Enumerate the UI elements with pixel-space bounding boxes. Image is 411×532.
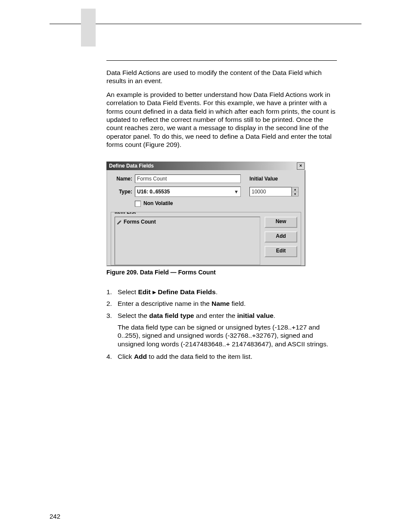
new-button[interactable]: New: [265, 217, 297, 228]
t: Select the: [118, 312, 149, 319]
name-input[interactable]: Forms Count: [135, 174, 241, 183]
t: and enter the: [194, 312, 237, 319]
step-3: 3. Select the data field type and enter …: [106, 311, 337, 320]
initial-value-input[interactable]: 10000: [249, 187, 292, 196]
step-text: Select Edit ▶ Define Data Fields.: [118, 288, 337, 296]
step-number: 4.: [106, 352, 118, 361]
t: to add the data field to the item list.: [147, 353, 252, 360]
list-item[interactable]: Forms Count: [116, 218, 259, 226]
step-number: 3.: [106, 311, 118, 320]
item-listbox[interactable]: Forms Count: [115, 217, 260, 265]
spinner-down-icon[interactable]: ▼: [292, 192, 298, 196]
svg-marker-0: [117, 221, 121, 224]
section-rule: [106, 60, 337, 61]
pencil-icon: [117, 220, 122, 225]
paragraph-2: An example is provided to better underst…: [106, 90, 337, 149]
initial-value-spinner: 10000 ▲ ▼: [249, 187, 299, 196]
row-type: Type: U16: 0..65535 ▼ 10000 ▲ ▼: [112, 187, 300, 197]
step-number: 2.: [106, 299, 118, 308]
step-3-detail: The data field type can be signed or uns…: [118, 323, 337, 348]
t: Add: [134, 353, 147, 360]
header-rule: [50, 24, 361, 24]
t: .: [274, 312, 275, 319]
t: .: [216, 288, 218, 296]
t: initial value: [237, 312, 273, 319]
t: Click: [118, 353, 134, 360]
step-1: 1. Select Edit ▶ Define Data Fields.: [106, 288, 337, 296]
menu-arrow-icon: ▶: [153, 289, 156, 295]
name-label: Name:: [112, 176, 135, 182]
t: Edit: [138, 288, 150, 296]
item-list-frame: Item List Forms Count: [111, 212, 301, 265]
step-2: 2. Enter a descriptive name in the Name …: [106, 299, 337, 308]
step-text: Select the data field type and enter the…: [118, 311, 337, 320]
spinner-up-icon[interactable]: ▲: [292, 187, 298, 192]
step-number: 1.: [106, 288, 118, 296]
margin-tab: [81, 9, 96, 47]
type-select[interactable]: U16: 0..65535 ▼: [135, 187, 241, 197]
page: Data Field Actions are used to modify th…: [0, 0, 411, 532]
dialog-title: Define Data Fields: [109, 163, 154, 169]
t: Define Data Fields: [158, 288, 215, 296]
step-text: Click Add to add the data field to the i…: [118, 352, 337, 361]
t: data field type: [149, 312, 194, 319]
page-number: 242: [50, 513, 60, 520]
main-content: Data Field Actions are used to modify th…: [106, 60, 337, 364]
item-list-area: Forms Count New Add Edit: [115, 217, 297, 265]
type-value: U16: 0..65535: [137, 187, 170, 196]
paragraph-1: Data Field Actions are used to modify th…: [106, 68, 337, 85]
spinner-buttons: ▲ ▼: [292, 187, 299, 196]
button-column: New Add Edit: [265, 217, 297, 265]
item-list-label: Item List: [113, 212, 137, 215]
figure-caption: Figure 209. Data Field — Forms Count: [106, 269, 337, 277]
dialog-define-data-fields: Define Data Fields × Name: Forms Count I…: [106, 162, 305, 266]
step-text: Enter a descriptive name in the Name fie…: [118, 299, 337, 308]
t: Select: [118, 288, 138, 296]
type-label: Type:: [112, 189, 135, 195]
t: Name: [212, 300, 230, 307]
initial-value-label: Initial Value: [249, 176, 300, 182]
dialog-body: Name: Forms Count Initial Value Type: U1…: [106, 170, 305, 266]
nonvolatile-checkbox[interactable]: [135, 201, 141, 207]
t: field.: [230, 300, 246, 307]
chevron-down-icon: ▼: [234, 187, 239, 196]
edit-button[interactable]: Edit: [265, 246, 297, 257]
nonvolatile-label: Non Volatile: [143, 200, 173, 207]
step-4: 4. Click Add to add the data field to th…: [106, 352, 337, 361]
row-name: Name: Forms Count Initial Value: [112, 174, 300, 183]
dialog-titlebar: Define Data Fields ×: [106, 162, 305, 170]
nonvolatile-row: Non Volatile: [135, 200, 300, 207]
steps: 1. Select Edit ▶ Define Data Fields. 2. …: [106, 288, 337, 361]
list-item-label: Forms Count: [124, 219, 156, 225]
t: Enter a descriptive name in the: [118, 300, 212, 307]
add-button[interactable]: Add: [265, 231, 297, 243]
close-icon[interactable]: ×: [297, 162, 305, 170]
